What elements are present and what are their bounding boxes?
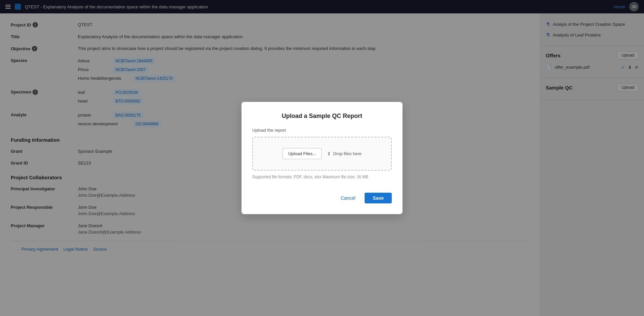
upload-files-button[interactable]: Upload Files... [282, 148, 322, 159]
upload-note: Supported file formats: PDF, docx, xlsx … [252, 175, 392, 179]
drop-files-text: Drop files here [333, 151, 362, 156]
save-button[interactable]: Save [365, 193, 392, 203]
upload-modal: Upload a Sample QC Report Upload the rep… [241, 102, 402, 214]
modal-label: Upload the report [252, 128, 392, 133]
modal-overlay: Upload a Sample QC Report Upload the rep… [0, 0, 644, 316]
drop-files-area: ⬆ Drop files here [327, 151, 362, 156]
upload-drop-zone[interactable]: Upload Files... ⬆ Drop files here [252, 137, 392, 171]
cancel-button[interactable]: Cancel [335, 193, 361, 203]
modal-actions: Cancel Save [252, 187, 392, 203]
modal-title: Upload a Sample QC Report [252, 113, 392, 120]
upload-arrow-icon: ⬆ [327, 151, 331, 156]
